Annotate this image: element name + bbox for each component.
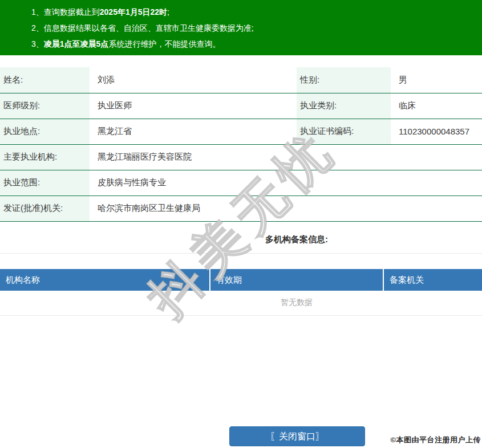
practice-scope-label: 执业范围: bbox=[0, 170, 90, 196]
notice-text: 系统进行维护，不能提供查询。 bbox=[108, 39, 220, 48]
notice-number: 3、 bbox=[31, 39, 44, 48]
notice-line-1: 1、查询数据截止到2025年1月5日22时; bbox=[31, 4, 476, 20]
notice-text: ; bbox=[167, 7, 169, 17]
main-org-value: 黑龙江瑞丽医疗美容医院 bbox=[90, 144, 482, 170]
notice-banner: 1、查询数据截止到2025年1月5日22时; 2、信息数据结果以各省、自治区、直… bbox=[0, 0, 482, 55]
issuing-authority-label: 发证(批准)机关: bbox=[0, 196, 90, 221]
table-row: 医师级别: 执业医师 执业类别: 临床 bbox=[0, 93, 482, 119]
table-row: 姓名: 刘添 性别: 男 bbox=[0, 67, 482, 93]
table-row: 暂无数据 bbox=[0, 291, 482, 315]
gender-label: 性别: bbox=[297, 67, 391, 93]
practice-location-label: 执业地点: bbox=[0, 119, 90, 144]
copyright-watermark-text: ©本图由平台注册用户上传 bbox=[390, 435, 481, 445]
certificate-number-label: 执业证书编码: bbox=[297, 119, 391, 144]
table-row: 执业范围: 皮肤病与性病专业 bbox=[0, 170, 482, 196]
validity-column-header: 有效期 bbox=[210, 269, 383, 291]
name-value: 刘添 bbox=[90, 67, 297, 93]
doctor-level-label: 医师级别: bbox=[0, 93, 90, 119]
notice-line-3: 3、凌晨1点至凌晨5点系统进行维护，不能提供查询。 bbox=[31, 36, 476, 52]
practice-scope-value: 皮肤病与性病专业 bbox=[90, 170, 482, 196]
issuing-authority-value: 哈尔滨市南岗区卫生健康局 bbox=[90, 196, 482, 221]
certificate-number-value: 110230000048357 bbox=[391, 119, 482, 144]
notice-text-bold: 凌晨1点至凌晨5点 bbox=[44, 39, 109, 48]
notice-line-2: 2、信息数据结果以各省、自治区、直辖市卫生健康委数据为准; bbox=[31, 20, 476, 36]
practice-category-value: 临床 bbox=[391, 93, 482, 119]
doctor-level-value: 执业医师 bbox=[90, 93, 297, 119]
table-row: 发证(批准)机关: 哈尔滨市南岗区卫生健康局 bbox=[0, 196, 482, 221]
notice-text: 信息数据结果以各省、自治区、直辖市卫生健康委数据为准; bbox=[44, 23, 254, 32]
name-label: 姓名: bbox=[0, 67, 90, 93]
notice-text-bold: 2025年1月5日22时 bbox=[100, 7, 167, 17]
multi-org-table: 机构名称 有效期 备案机关 暂无数据 bbox=[0, 269, 482, 316]
main-org-label: 主要执业机构: bbox=[0, 144, 90, 170]
org-name-column-header: 机构名称 bbox=[0, 269, 210, 291]
close-window-button[interactable]: 〖关闭窗口〗 bbox=[229, 426, 365, 446]
notice-number: 1、 bbox=[31, 7, 44, 17]
filing-authority-column-header: 备案机关 bbox=[383, 269, 482, 291]
gender-value: 男 bbox=[391, 67, 482, 93]
practice-location-value: 黑龙江省 bbox=[90, 119, 297, 144]
table-row: 执业地点: 黑龙江省 执业证书编码: 110230000048357 bbox=[0, 119, 482, 144]
doctor-info-table: 姓名: 刘添 性别: 男 医师级别: 执业医师 执业类别: 临床 执业地点: 黑… bbox=[0, 67, 482, 222]
notice-text: 查询数据截止到 bbox=[44, 7, 100, 17]
practice-category-label: 执业类别: bbox=[297, 93, 391, 119]
table-row: 主要执业机构: 黑龙江瑞丽医疗美容医院 bbox=[0, 144, 482, 170]
no-data-text: 暂无数据 bbox=[0, 291, 482, 315]
table-header-row: 机构名称 有效期 备案机关 bbox=[0, 269, 482, 291]
multi-org-heading: 多机构备案信息: bbox=[0, 225, 482, 254]
notice-number: 2、 bbox=[31, 23, 44, 32]
